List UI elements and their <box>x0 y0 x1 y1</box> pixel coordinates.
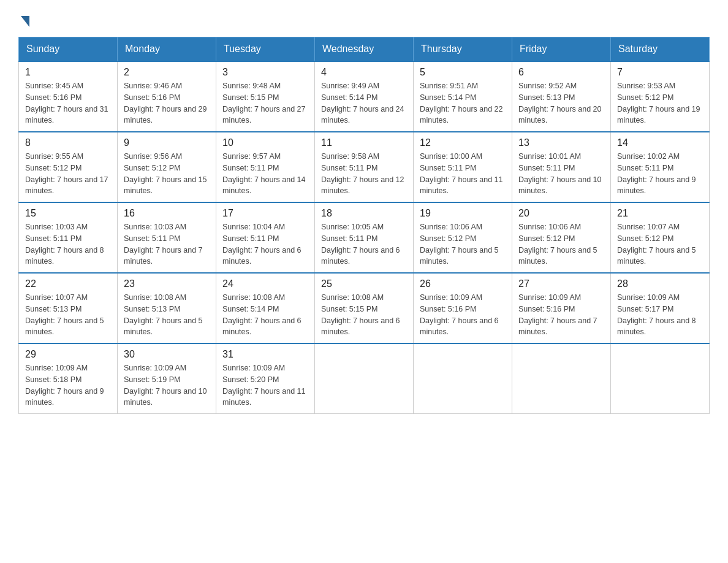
day-info: Sunrise: 10:09 AM Sunset: 5:19 PM Daylig… <box>124 362 210 408</box>
calendar-cell <box>611 343 710 414</box>
day-info: Sunrise: 10:04 AM Sunset: 5:11 PM Daylig… <box>222 221 308 267</box>
calendar-week-row: 29 Sunrise: 10:09 AM Sunset: 5:18 PM Day… <box>19 343 710 414</box>
calendar-week-row: 15 Sunrise: 10:03 AM Sunset: 5:11 PM Day… <box>19 202 710 273</box>
day-number: 16 <box>124 208 210 219</box>
day-info: Sunrise: 10:07 AM Sunset: 5:12 PM Daylig… <box>617 221 703 267</box>
calendar-header-tuesday: Tuesday <box>216 37 315 62</box>
calendar-cell: 16 Sunrise: 10:03 AM Sunset: 5:11 PM Day… <box>118 202 216 273</box>
calendar-cell <box>414 343 512 414</box>
day-info: Sunrise: 9:56 AM Sunset: 5:12 PM Dayligh… <box>124 151 210 197</box>
calendar-cell: 20 Sunrise: 10:06 AM Sunset: 5:12 PM Day… <box>512 202 611 273</box>
day-info: Sunrise: 10:09 AM Sunset: 5:16 PM Daylig… <box>518 292 604 338</box>
calendar-cell: 5 Sunrise: 9:51 AM Sunset: 5:14 PM Dayli… <box>414 61 512 132</box>
day-info: Sunrise: 10:05 AM Sunset: 5:11 PM Daylig… <box>321 221 407 267</box>
day-info: Sunrise: 10:08 AM Sunset: 5:14 PM Daylig… <box>222 292 308 338</box>
day-number: 4 <box>321 67 407 78</box>
calendar-header-thursday: Thursday <box>414 37 512 62</box>
calendar-cell: 28 Sunrise: 10:09 AM Sunset: 5:17 PM Day… <box>611 273 710 343</box>
day-number: 22 <box>25 278 111 289</box>
calendar-header-wednesday: Wednesday <box>315 37 414 62</box>
calendar-cell: 1 Sunrise: 9:45 AM Sunset: 5:16 PM Dayli… <box>19 61 118 132</box>
day-info: Sunrise: 10:09 AM Sunset: 5:18 PM Daylig… <box>25 362 111 408</box>
day-number: 17 <box>222 208 308 219</box>
calendar-header-monday: Monday <box>118 37 216 62</box>
day-info: Sunrise: 10:06 AM Sunset: 5:12 PM Daylig… <box>420 221 506 267</box>
calendar-week-row: 8 Sunrise: 9:55 AM Sunset: 5:12 PM Dayli… <box>19 132 710 202</box>
day-info: Sunrise: 10:09 AM Sunset: 5:16 PM Daylig… <box>420 292 506 338</box>
calendar-cell: 2 Sunrise: 9:46 AM Sunset: 5:16 PM Dayli… <box>118 61 216 132</box>
calendar-cell: 10 Sunrise: 9:57 AM Sunset: 5:11 PM Dayl… <box>216 132 315 202</box>
day-number: 18 <box>321 208 407 219</box>
calendar-week-row: 22 Sunrise: 10:07 AM Sunset: 5:13 PM Day… <box>19 273 710 343</box>
day-info: Sunrise: 10:06 AM Sunset: 5:12 PM Daylig… <box>518 221 604 267</box>
calendar-week-row: 1 Sunrise: 9:45 AM Sunset: 5:16 PM Dayli… <box>19 61 710 132</box>
calendar-cell <box>315 343 414 414</box>
day-info: Sunrise: 9:46 AM Sunset: 5:16 PM Dayligh… <box>124 80 210 126</box>
calendar-cell: 24 Sunrise: 10:08 AM Sunset: 5:14 PM Day… <box>216 273 315 343</box>
calendar-cell: 21 Sunrise: 10:07 AM Sunset: 5:12 PM Day… <box>611 202 710 273</box>
calendar-cell: 15 Sunrise: 10:03 AM Sunset: 5:11 PM Day… <box>19 202 118 273</box>
calendar-cell: 11 Sunrise: 9:58 AM Sunset: 5:11 PM Dayl… <box>315 132 414 202</box>
day-number: 23 <box>124 278 210 289</box>
day-number: 30 <box>124 349 210 360</box>
day-info: Sunrise: 10:00 AM Sunset: 5:11 PM Daylig… <box>420 151 506 197</box>
day-info: Sunrise: 9:57 AM Sunset: 5:11 PM Dayligh… <box>222 151 308 197</box>
calendar-cell: 13 Sunrise: 10:01 AM Sunset: 5:11 PM Day… <box>512 132 611 202</box>
day-number: 31 <box>222 349 308 360</box>
day-info: Sunrise: 10:09 AM Sunset: 5:17 PM Daylig… <box>617 292 703 338</box>
calendar-cell: 18 Sunrise: 10:05 AM Sunset: 5:11 PM Day… <box>315 202 414 273</box>
calendar-cell: 3 Sunrise: 9:48 AM Sunset: 5:15 PM Dayli… <box>216 61 315 132</box>
calendar-cell: 4 Sunrise: 9:49 AM Sunset: 5:14 PM Dayli… <box>315 61 414 132</box>
day-number: 12 <box>420 137 506 148</box>
logo-arrow-icon <box>21 16 29 27</box>
day-number: 6 <box>518 67 604 78</box>
day-info: Sunrise: 9:55 AM Sunset: 5:12 PM Dayligh… <box>25 151 111 197</box>
day-number: 25 <box>321 278 407 289</box>
day-info: Sunrise: 10:03 AM Sunset: 5:11 PM Daylig… <box>25 221 111 267</box>
day-info: Sunrise: 9:58 AM Sunset: 5:11 PM Dayligh… <box>321 151 407 197</box>
calendar-cell: 9 Sunrise: 9:56 AM Sunset: 5:12 PM Dayli… <box>118 132 216 202</box>
calendar-cell: 22 Sunrise: 10:07 AM Sunset: 5:13 PM Day… <box>19 273 118 343</box>
calendar-cell <box>512 343 611 414</box>
day-number: 3 <box>222 67 308 78</box>
day-info: Sunrise: 10:03 AM Sunset: 5:11 PM Daylig… <box>124 221 210 267</box>
calendar-cell: 27 Sunrise: 10:09 AM Sunset: 5:16 PM Day… <box>512 273 611 343</box>
day-number: 20 <box>518 208 604 219</box>
day-info: Sunrise: 10:09 AM Sunset: 5:20 PM Daylig… <box>222 362 308 408</box>
day-number: 5 <box>420 67 506 78</box>
calendar-cell: 6 Sunrise: 9:52 AM Sunset: 5:13 PM Dayli… <box>512 61 611 132</box>
day-info: Sunrise: 10:02 AM Sunset: 5:11 PM Daylig… <box>617 151 703 197</box>
calendar-cell: 7 Sunrise: 9:53 AM Sunset: 5:12 PM Dayli… <box>611 61 710 132</box>
calendar-cell: 19 Sunrise: 10:06 AM Sunset: 5:12 PM Day… <box>414 202 512 273</box>
day-number: 1 <box>25 67 111 78</box>
day-number: 14 <box>617 137 703 148</box>
calendar-cell: 31 Sunrise: 10:09 AM Sunset: 5:20 PM Day… <box>216 343 315 414</box>
day-number: 19 <box>420 208 506 219</box>
day-number: 13 <box>518 137 604 148</box>
calendar-header-row: SundayMondayTuesdayWednesdayThursdayFrid… <box>19 37 710 62</box>
day-number: 27 <box>518 278 604 289</box>
day-info: Sunrise: 10:08 AM Sunset: 5:13 PM Daylig… <box>124 292 210 338</box>
day-info: Sunrise: 9:48 AM Sunset: 5:15 PM Dayligh… <box>222 80 308 126</box>
day-info: Sunrise: 10:08 AM Sunset: 5:15 PM Daylig… <box>321 292 407 338</box>
day-info: Sunrise: 9:45 AM Sunset: 5:16 PM Dayligh… <box>25 80 111 126</box>
day-info: Sunrise: 10:07 AM Sunset: 5:13 PM Daylig… <box>25 292 111 338</box>
day-info: Sunrise: 9:53 AM Sunset: 5:12 PM Dayligh… <box>617 80 703 126</box>
day-number: 9 <box>124 137 210 148</box>
calendar-cell: 29 Sunrise: 10:09 AM Sunset: 5:18 PM Day… <box>19 343 118 414</box>
calendar-header-friday: Friday <box>512 37 611 62</box>
calendar-header-sunday: Sunday <box>19 37 118 62</box>
calendar-cell: 17 Sunrise: 10:04 AM Sunset: 5:11 PM Day… <box>216 202 315 273</box>
day-info: Sunrise: 9:49 AM Sunset: 5:14 PM Dayligh… <box>321 80 407 126</box>
day-number: 7 <box>617 67 703 78</box>
day-number: 29 <box>25 349 111 360</box>
calendar-table: SundayMondayTuesdayWednesdayThursdayFrid… <box>18 37 710 414</box>
day-info: Sunrise: 10:01 AM Sunset: 5:11 PM Daylig… <box>518 151 604 197</box>
day-number: 24 <box>222 278 308 289</box>
calendar-cell: 26 Sunrise: 10:09 AM Sunset: 5:16 PM Day… <box>414 273 512 343</box>
day-info: Sunrise: 9:52 AM Sunset: 5:13 PM Dayligh… <box>518 80 604 126</box>
day-number: 26 <box>420 278 506 289</box>
day-number: 15 <box>25 208 111 219</box>
calendar-cell: 23 Sunrise: 10:08 AM Sunset: 5:13 PM Day… <box>118 273 216 343</box>
calendar-cell: 14 Sunrise: 10:02 AM Sunset: 5:11 PM Day… <box>611 132 710 202</box>
